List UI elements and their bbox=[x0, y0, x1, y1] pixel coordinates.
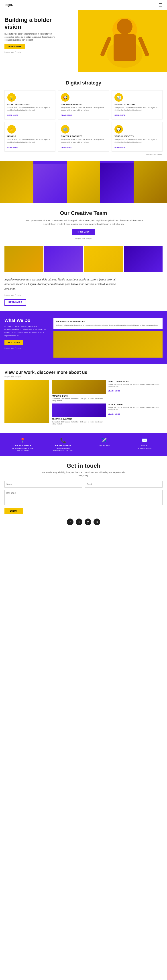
hamburger-menu[interactable]: ☰ bbox=[159, 2, 162, 8]
work-right-cards: AMAZING IDEAS Sample text. Click to sele… bbox=[52, 380, 162, 425]
footer-office: 📍 OUR MAIN OFFICE 3476 Sei Broadway St N… bbox=[2, 438, 43, 451]
hero-title: Building a bolder vision bbox=[5, 16, 56, 30]
twitter-icon[interactable]: t bbox=[76, 519, 83, 525]
family-learn-more-link[interactable]: LEARN MORE bbox=[108, 413, 120, 415]
what-we-do-right: WE CREATE EXPERIENCES In fugiat nulla pa… bbox=[53, 318, 162, 358]
work-main-image bbox=[5, 380, 49, 423]
card-link-2[interactable]: READ MORE bbox=[115, 114, 126, 116]
family-text: Sample text. Click to select the text bo… bbox=[108, 406, 162, 410]
what-we-do-title: What We Do bbox=[5, 318, 49, 323]
phone-label: PHONE NUMBER bbox=[43, 444, 84, 447]
crafting-title: CRAFTING SYSTEMS bbox=[52, 418, 106, 420]
amazing-ideas-card: AMAZING IDEAS Sample text. Click to sele… bbox=[52, 380, 106, 402]
hero-credit: Images from Freepik bbox=[5, 51, 56, 53]
we-create-title: WE CREATE EXPERIENCES bbox=[56, 321, 160, 323]
card-text-5: Sample text. Click to select the text bo… bbox=[115, 138, 160, 143]
quote-text: In pellentesque massa placerat duis ultr… bbox=[5, 277, 120, 292]
card-link-1[interactable]: READ MORE bbox=[61, 114, 72, 116]
linkedin-icon[interactable]: in bbox=[94, 519, 100, 525]
team-photo-3 bbox=[67, 161, 100, 203]
view-work-layout: AMAZING IDEAS Sample text. Click to sele… bbox=[5, 380, 162, 425]
submit-button[interactable]: Submit bbox=[5, 508, 23, 514]
family-title: FAMILY-OWNED bbox=[108, 404, 162, 406]
creative-team-section: Our Creative Team Lorem ipsum dolor sit … bbox=[0, 203, 167, 246]
card-icon-5: 💬 bbox=[115, 125, 123, 134]
svg-rect-4 bbox=[114, 34, 136, 61]
team-photo-5 bbox=[134, 161, 167, 203]
header: logo. ☰ bbox=[0, 0, 167, 10]
hero-person bbox=[87, 10, 162, 72]
youtube-icon[interactable]: y bbox=[84, 519, 91, 525]
view-work-credit: Images from Freepik bbox=[5, 375, 162, 378]
office-icon: 📍 bbox=[2, 438, 43, 444]
email-value: hello@demo.com bbox=[124, 447, 165, 449]
get-in-touch-section: Get in touch We are sincerely reliabilit… bbox=[0, 456, 167, 532]
team-photo-1 bbox=[0, 161, 33, 203]
quote-section: In pellentesque massa placerat duis ultr… bbox=[0, 272, 167, 311]
quote-button[interactable]: READ MORE bbox=[5, 299, 26, 305]
digital-strategy-title: Digital strategy bbox=[5, 80, 162, 86]
view-work-section: View our work, discover more about us Im… bbox=[0, 364, 167, 433]
footer-email: ✉️ EMAIL hello@demo.com bbox=[124, 438, 165, 449]
purple-team-strip bbox=[0, 161, 167, 203]
work-card-row-2: CRAFTING SYSTEMS Sample text. Click to s… bbox=[52, 404, 162, 425]
svg-point-3 bbox=[117, 19, 132, 34]
footer-info-bar: 📍 OUR MAIN OFFICE 3476 Sei Broadway St N… bbox=[0, 433, 167, 456]
hero-cta-button[interactable]: LEARN MORE bbox=[5, 44, 25, 49]
team-photo-4 bbox=[100, 163, 134, 203]
cards-grid: 💡 CRAFTING SYSTEMS Sample text. Click to… bbox=[5, 90, 162, 151]
card-icon-0: 💡 bbox=[7, 93, 16, 102]
get-in-touch-title: Get in touch bbox=[5, 462, 162, 469]
what-we-do-button[interactable]: READ MORE bbox=[5, 340, 23, 345]
logo: logo. bbox=[5, 3, 13, 7]
office-line2: York, NY 10031 bbox=[2, 449, 43, 451]
creative-team-credit: Images from Freepik bbox=[5, 237, 162, 239]
what-we-do-description: Ut enim ad minim veniam, quis nostrud ex… bbox=[5, 325, 49, 337]
fax-icon: ✈️ bbox=[84, 438, 124, 444]
card-icon-3: 👍 bbox=[7, 125, 16, 134]
facebook-icon[interactable]: f bbox=[67, 519, 73, 525]
card-title-1: BRAND CAMPAIGNS bbox=[61, 103, 106, 105]
strategy-card-2: 📊 DIGITAL STRATEGY Sample text. Click to… bbox=[111, 90, 162, 119]
fax-number: 1-234-567-8910 bbox=[84, 444, 124, 447]
creative-team-title: Our Creative Team bbox=[5, 210, 162, 216]
name-input[interactable] bbox=[5, 481, 83, 488]
card-icon-2: 📊 bbox=[115, 93, 123, 102]
quality-learn-more-link[interactable]: LEARN MORE bbox=[108, 390, 120, 392]
what-we-do-section: What We Do Ut enim ad minim veniam, quis… bbox=[0, 311, 167, 364]
card-title-2: DIGITAL STRATEGY bbox=[115, 103, 160, 105]
phone-line1: (234) 9876-5432 bbox=[43, 447, 84, 449]
email-input[interactable] bbox=[84, 481, 162, 488]
quote-credit: Images from Freepik bbox=[5, 294, 162, 296]
card-title-5: VERBAL IDENTITY bbox=[115, 135, 160, 137]
card-link-4[interactable]: READ MORE bbox=[61, 146, 72, 148]
get-in-touch-subtitle: We are sincerely reliability, love your … bbox=[39, 471, 128, 477]
card-link-0[interactable]: READ MORE bbox=[7, 114, 18, 116]
creative-team-button[interactable]: READ MORE bbox=[72, 229, 95, 235]
view-work-title: View our work, discover more about us bbox=[5, 370, 162, 375]
hero-content: Building a bolder vision Duis aute irure… bbox=[0, 10, 60, 60]
card-text-3: Sample text. Click to select the text bo… bbox=[7, 138, 52, 143]
team-row-photo-1 bbox=[5, 246, 43, 272]
card-title-0: CRAFTING SYSTEMS bbox=[7, 103, 52, 105]
quality-title: QUALITY PRODUCTS bbox=[108, 380, 162, 383]
team-row-photo-2 bbox=[44, 246, 83, 272]
team-photo-2 bbox=[33, 164, 67, 203]
digital-strategy-credit: Images from Freepik bbox=[5, 153, 162, 155]
quality-products-card: QUALITY PRODUCTS Sample text. Click to s… bbox=[108, 380, 162, 402]
team-photos-row bbox=[0, 246, 167, 272]
card-text-2: Sample text. Click to select the text bo… bbox=[115, 107, 160, 111]
amazing-ideas-text: Sample text. Click to select the text bo… bbox=[52, 398, 106, 402]
creative-team-description: Lorem ipsum dolor sit amet, consectetur … bbox=[19, 219, 148, 226]
card-link-5[interactable]: READ MORE bbox=[115, 146, 126, 148]
family-owned-card: FAMILY-OWNED Sample text. Click to selec… bbox=[108, 404, 162, 425]
message-textarea[interactable] bbox=[5, 490, 162, 505]
menu-icon: ☰ bbox=[159, 2, 162, 7]
card-icon-1: 📢 bbox=[61, 93, 70, 102]
hero-section: Building a bolder vision Duis aute irure… bbox=[0, 10, 167, 72]
card-link-3[interactable]: READ MORE bbox=[7, 146, 18, 148]
social-row: f t y in bbox=[5, 519, 162, 525]
strategy-card-1: 📢 BRAND CAMPAIGNS Sample text. Click to … bbox=[58, 90, 109, 119]
crafting-text: Sample text. Click to select the text bo… bbox=[52, 421, 106, 425]
email-icon: ✉️ bbox=[124, 438, 165, 444]
